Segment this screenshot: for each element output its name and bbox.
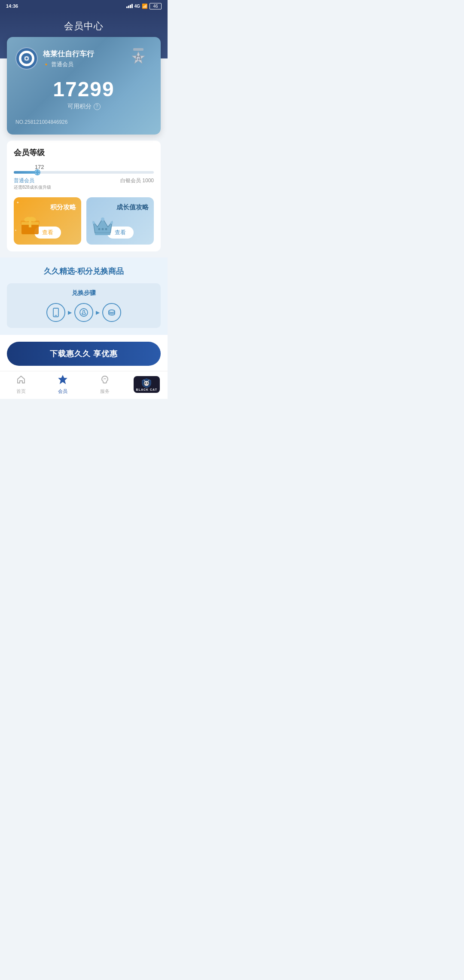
card-info: 格莱仕自行车行 🔸 普通会员 <box>43 49 94 68</box>
step1-icon <box>46 303 65 322</box>
avatar-icon <box>19 51 34 66</box>
svg-point-22 <box>105 228 107 230</box>
page-title: 会员中心 <box>0 20 168 33</box>
svg-rect-2 <box>133 48 143 51</box>
service-icon <box>100 375 110 387</box>
points-number: 17299 <box>15 78 152 101</box>
nav-item-service[interactable]: 服务 <box>84 375 126 395</box>
service-label: 服务 <box>100 388 110 395</box>
current-level-label: 普通会员 <box>14 177 51 184</box>
black-cat-text: BLACK CAT <box>136 388 157 391</box>
status-bar: 14:36 4G 📶 46 <box>0 0 168 12</box>
svg-point-33 <box>146 384 147 385</box>
step2-icon <box>74 303 93 322</box>
card-left: 格莱仕自行车行 🔸 普通会员 <box>15 47 94 70</box>
member-level-label: 普通会员 <box>51 61 73 68</box>
points-section: 17299 可用积分 ? <box>15 72 152 113</box>
wifi-icon: 📶 <box>142 3 148 9</box>
strategy-grid: ✦ ✦ ✦ 积分攻略 查看 <box>14 197 154 245</box>
progress-value: 172 <box>14 164 154 170</box>
spark-deco: ✦ <box>16 201 19 205</box>
growth-strategy-title: 成长值攻略 <box>116 203 149 211</box>
member-card-wrapper: 格莱仕自行车行 🔸 普通会员 <box>0 37 168 135</box>
nav-item-home[interactable]: 首页 <box>0 375 42 395</box>
step3-icon <box>102 303 121 322</box>
progress-bar <box>14 171 154 174</box>
network-type: 4G <box>134 4 140 9</box>
next-level-label: 白银会员 1000 <box>120 177 154 190</box>
spark-deco: ✦ <box>15 229 17 232</box>
member-label: 会员 <box>58 388 67 395</box>
svg-point-17 <box>92 221 95 224</box>
svg-point-28 <box>144 381 149 386</box>
current-level-sub: 还需828成长值升级 <box>14 184 51 190</box>
home-icon <box>16 375 26 387</box>
avatar <box>15 47 38 70</box>
svg-point-14 <box>28 217 32 221</box>
spark-deco: ✦ <box>57 203 59 206</box>
battery-icon: 46 <box>150 3 162 9</box>
medal-icon: ♛ <box>125 45 152 72</box>
shop-name: 格莱仕自行车行 <box>43 49 94 59</box>
svg-point-31 <box>145 383 146 384</box>
progress-fill <box>14 171 38 174</box>
points-label: 可用积分 ? <box>15 103 152 110</box>
member-card: 格莱仕自行车行 🔸 普通会员 <box>7 37 161 135</box>
status-time: 14:36 <box>6 3 18 9</box>
grade-section-title: 会员等级 <box>14 147 154 158</box>
svg-point-16 <box>101 217 104 221</box>
card-top-row: 格莱仕自行车行 🔸 普通会员 <box>15 45 152 72</box>
member-icon <box>58 375 67 387</box>
logo-icon <box>21 52 33 64</box>
exchange-steps-container: 兑换步骤 ▶ ▶ <box>7 283 161 328</box>
progress-labels: 普通会员 还需828成长值升级 白银会员 1000 <box>14 177 154 190</box>
points-strategy-title: 积分攻略 <box>50 203 76 211</box>
step-arrow-2: ▶ <box>96 309 100 315</box>
exchange-section: 久久精选-积分兑换商品 兑换步骤 ▶ <box>0 257 168 335</box>
card-number: NO.258121004846926 <box>15 119 152 125</box>
download-btn-wrapper: 下载惠久久 享优惠 <box>0 335 168 371</box>
nav-item-blackcat[interactable]: BLACK CAT <box>126 376 168 393</box>
progress-thumb <box>34 169 40 175</box>
black-cat-badge: BLACK CAT <box>134 376 160 393</box>
nav-item-member[interactable]: 会员 <box>42 375 84 395</box>
svg-rect-11 <box>21 222 39 225</box>
svg-point-18 <box>110 221 113 224</box>
gift-icon <box>17 212 43 239</box>
main-content: 会员等级 172 普通会员 还需828成长值升级 白银会员 1000 <box>7 141 161 251</box>
steps-row: ▶ ▶ <box>14 303 154 322</box>
crown-icon-blue <box>90 214 116 239</box>
progress-section: 172 普通会员 还需828成长值升级 白银会员 1000 <box>14 164 154 190</box>
svg-marker-27 <box>59 376 67 383</box>
points-strategy-card[interactable]: ✦ ✦ ✦ 积分攻略 查看 <box>14 197 81 245</box>
bottom-nav: 首页 会员 服务 <box>0 371 168 399</box>
svg-point-20 <box>98 228 101 230</box>
current-level-info: 普通会员 还需828成长值升级 <box>14 177 51 190</box>
exchange-title: 久久精选-积分兑换商品 <box>7 266 161 276</box>
svg-rect-24 <box>55 315 57 316</box>
help-icon[interactable]: ? <box>94 103 101 110</box>
svg-point-32 <box>147 383 148 384</box>
growth-strategy-card[interactable]: 成长值攻略 查看 <box>86 197 154 245</box>
svg-point-21 <box>102 228 104 230</box>
svg-point-25 <box>80 309 88 316</box>
status-right: 4G 📶 46 <box>126 3 162 9</box>
home-label: 首页 <box>16 388 26 395</box>
medal-badge: ♛ <box>125 45 152 72</box>
exchange-steps-title: 兑换步骤 <box>14 289 154 297</box>
diamond-icon: 🔸 <box>43 61 49 67</box>
svg-point-26 <box>109 310 115 312</box>
signal-icon <box>126 4 133 8</box>
svg-text:♛: ♛ <box>137 57 140 61</box>
step-arrow-1: ▶ <box>68 309 72 315</box>
member-level-row: 🔸 普通会员 <box>43 61 94 68</box>
svg-rect-19 <box>95 233 110 235</box>
black-cat-logo <box>140 378 153 388</box>
download-button[interactable]: 下载惠久久 享优惠 <box>7 342 161 366</box>
